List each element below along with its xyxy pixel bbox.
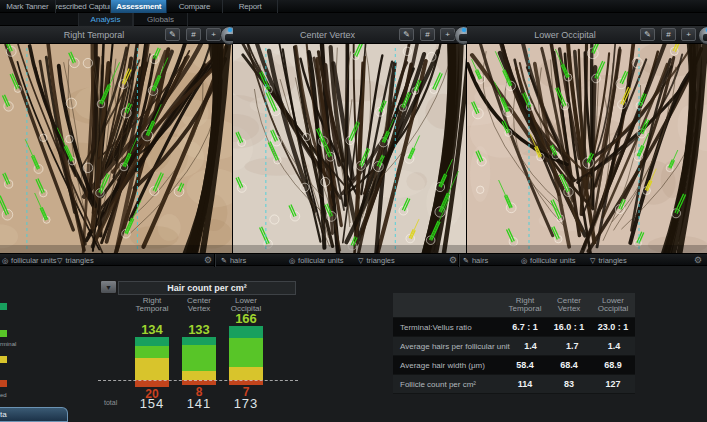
chart-dropdown-button[interactable]: ▼ <box>100 280 117 294</box>
layer-toggle-triangles[interactable]: ▽ triangles <box>590 254 627 267</box>
chart-category-label: Right Temporal <box>128 297 176 314</box>
bar-segment <box>229 326 263 338</box>
legend-swatch-bright-green <box>0 330 7 337</box>
cell-value: 6.7 : 1 <box>503 322 547 332</box>
chart-total-row: total 154 141 173 <box>118 396 296 410</box>
cell-value: 127 <box>591 379 635 389</box>
layer-label: follicular units <box>530 256 575 265</box>
counts-icon[interactable]: # <box>661 28 676 41</box>
cell-value: 83 <box>547 379 591 389</box>
scalp-image-right-temporal[interactable] <box>0 44 232 253</box>
layer-label: triangles <box>65 256 93 265</box>
export-icon[interactable]: + <box>206 28 221 41</box>
green-count-value: 134 <box>141 324 163 336</box>
chart-column-right-temporal: Right Temporal 134 20 <box>128 297 176 400</box>
tab-compare[interactable]: Compare <box>167 0 223 13</box>
table-row: Average hair width (μm) 58.4 68.4 68.9 <box>393 356 635 375</box>
layer-label: hairs <box>230 256 246 265</box>
panel-header: Lower Occipital ✎ # + <box>467 26 707 44</box>
layer-toggle-triangles[interactable]: ▽ triangles <box>57 254 94 267</box>
stacked-bar <box>135 337 169 380</box>
layer-label: follicular units <box>298 256 343 265</box>
legend-label-fragment: ed <box>0 392 7 398</box>
table-row: Terminal:Vellus ratio 6.7 : 1 16.0 : 1 2… <box>393 318 635 337</box>
subtab-globals[interactable]: Globals <box>133 13 188 26</box>
panel-header: Center Vertex ✎ # + <box>233 26 466 44</box>
scalp-image-center-vertex[interactable] <box>233 44 466 253</box>
total-label: total <box>104 399 117 406</box>
bar-segment <box>135 337 169 346</box>
main-tab-bar: Mark Tanner Prescribed Capture Assessmen… <box>0 0 707 13</box>
layer-toggle-follicular-units[interactable]: ◎ follicular units <box>521 254 576 267</box>
panel-title: Center Vertex <box>233 26 422 44</box>
tab-prescribed-capture[interactable]: Prescribed Capture <box>56 0 112 13</box>
cell-value: 58.4 <box>503 360 547 370</box>
layer-toggle-follicular-units[interactable]: ◎ follicular units <box>289 254 344 267</box>
cell-value: 68.9 <box>591 360 635 370</box>
subtab-analysis[interactable]: Analysis <box>78 13 133 26</box>
chart-category-label: Center Vertex <box>175 297 223 314</box>
pencil-icon: ✎ <box>221 257 227 265</box>
gear-icon[interactable]: ⚙ <box>449 254 457 267</box>
layer-toggle-hairs[interactable]: ✎ hairs <box>463 254 488 267</box>
layer-label: triangles <box>598 256 626 265</box>
counts-icon[interactable]: # <box>186 28 201 41</box>
circle-icon: ◎ <box>289 257 295 265</box>
panel-lower-occipital: Lower Occipital ✎ # + <box>467 26 707 266</box>
capture-device-icon <box>698 26 707 45</box>
table-col-header: Lower Occipital <box>591 297 635 314</box>
toolbar-separator <box>214 254 215 267</box>
legend-label-fragment: rminal <box>0 341 16 347</box>
layer-label: hairs <box>472 256 488 265</box>
triangle-icon: ▽ <box>358 257 363 265</box>
tab-assessment[interactable]: Assessment <box>111 0 167 13</box>
layer-label: follicular units <box>11 256 56 265</box>
table-col-header: Center Vertex <box>547 297 591 314</box>
triangle-icon: ▽ <box>57 257 62 265</box>
layer-label: triangles <box>366 256 394 265</box>
edit-icon[interactable]: ✎ <box>165 28 180 41</box>
cell-value: 23.0 : 1 <box>591 322 635 332</box>
export-icon[interactable]: + <box>681 28 696 41</box>
bar-segment <box>229 338 263 367</box>
tab-report[interactable]: Report <box>223 0 279 13</box>
image-panels: Right Temporal ✎ # + Center Vertex ✎ # +… <box>0 26 707 266</box>
row-label: Terminal:Vellus ratio <box>393 323 503 332</box>
row-label: Average hair width (μm) <box>393 361 503 370</box>
metrics-table: Right Temporal Center Vertex Lower Occip… <box>393 293 635 394</box>
edit-icon[interactable]: ✎ <box>399 28 414 41</box>
table-row: Average hairs per follicular unit 1.4 1.… <box>393 337 635 356</box>
data-button-cropped[interactable]: ta <box>0 407 68 422</box>
bar-segment <box>182 337 216 345</box>
layer-toggle-triangles[interactable]: ▽ triangles <box>358 254 395 267</box>
toolbar-separator <box>458 254 459 267</box>
bar-segment <box>135 358 169 380</box>
sub-tab-bar: Analysis Globals <box>0 13 707 26</box>
cell-value: 16.0 : 1 <box>547 322 591 332</box>
tab-mark-tanner[interactable]: Mark Tanner <box>0 0 56 13</box>
panel-center-vertex: Center Vertex ✎ # + <box>233 26 467 266</box>
layer-toggle-follicular-units[interactable]: ◎ follicular units <box>2 254 57 267</box>
table-header-row: Right Temporal Center Vertex Lower Occip… <box>393 293 635 318</box>
edit-icon[interactable]: ✎ <box>640 28 655 41</box>
panel-right-temporal: Right Temporal ✎ # + <box>0 26 233 266</box>
stacked-bar <box>229 326 263 380</box>
bar-segment <box>182 371 216 380</box>
export-icon[interactable]: + <box>440 28 455 41</box>
chart-column-center-vertex: Center Vertex 133 8 <box>175 297 223 398</box>
cell-value: 1.7 <box>551 341 593 351</box>
legend-swatch-yellow <box>0 356 7 363</box>
chart-baseline <box>98 380 298 381</box>
layer-toolbar: ✎ hairs ◎ follicular units ▽ triangles ⚙… <box>0 253 707 266</box>
scalp-image-lower-occipital[interactable] <box>467 44 707 253</box>
total-value: 141 <box>175 396 223 411</box>
gear-icon[interactable]: ⚙ <box>694 254 702 267</box>
row-label: Follicle count per cm² <box>393 380 503 389</box>
pencil-icon: ✎ <box>463 257 469 265</box>
green-count-value: 133 <box>188 324 210 336</box>
layer-toggle-hairs[interactable]: ✎ hairs <box>221 254 246 267</box>
counts-icon[interactable]: # <box>420 28 435 41</box>
stacked-bar <box>182 337 216 380</box>
chart-column-lower-occipital: Lower Occipital 166 7 <box>222 297 270 398</box>
gear-icon[interactable]: ⚙ <box>204 254 212 267</box>
